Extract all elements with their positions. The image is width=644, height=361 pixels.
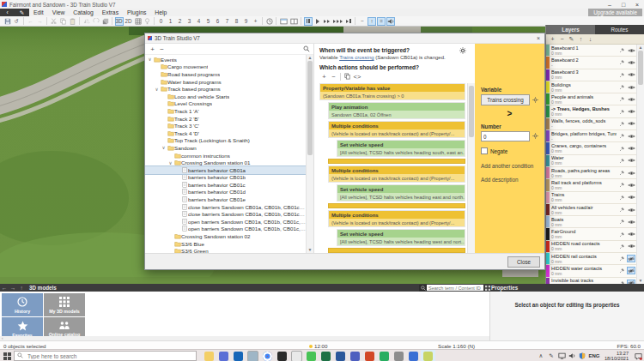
- layer-pin-icon[interactable]: [617, 95, 626, 103]
- condition-block[interactable]: Multiple conditions(Vehicle is located o…: [328, 210, 465, 227]
- menu-extras[interactable]: Extras: [98, 9, 123, 15]
- layer-row[interactable]: FairGround0 mm: [546, 228, 636, 240]
- layer-row[interactable]: Baseboard 10 mm: [546, 45, 636, 57]
- tab-routes[interactable]: Routes: [595, 25, 644, 34]
- tree-item[interactable]: Track 1 'A': [145, 107, 306, 115]
- volume-down-button[interactable]: −: [358, 17, 367, 26]
- layer-visibility-icon[interactable]: [627, 120, 635, 128]
- layer-row[interactable]: Roads, paths,parking areas0 mm: [546, 167, 636, 179]
- layer-pin-icon[interactable]: [617, 194, 626, 202]
- tree-item[interactable]: Road based programs: [145, 70, 306, 78]
- tree-scrollbar[interactable]: ▲ ▼: [306, 55, 313, 253]
- layer-pin-icon[interactable]: [617, 169, 626, 177]
- camera-position-0-button[interactable]: 0: [157, 17, 166, 26]
- layer-pin-icon[interactable]: [617, 83, 626, 91]
- close-button[interactable]: ×: [630, 2, 644, 8]
- volume-level-button[interactable]: =: [377, 17, 386, 26]
- add-action-button[interactable]: +: [320, 72, 329, 81]
- actions-scrollbar-thumb[interactable]: [469, 86, 474, 137]
- layer-pin-icon[interactable]: [617, 120, 626, 128]
- back-button[interactable]: ‹: [0, 9, 15, 16]
- tray-clock[interactable]: 13:2718/10/2021: [605, 351, 629, 361]
- taskbar-app-excel[interactable]: [319, 350, 333, 361]
- camera-position-4-button[interactable]: 4: [195, 17, 204, 26]
- taskbar-app-file-explorer[interactable]: [202, 350, 216, 361]
- copy-button[interactable]: [59, 17, 68, 26]
- tree-item[interactable]: open barriers Sandown CB01a, CB01b, CB01…: [145, 226, 306, 233]
- negate-checkbox[interactable]: [481, 147, 488, 154]
- layer-visibility-icon[interactable]: [627, 181, 635, 189]
- tree-expander-icon[interactable]: ∨: [161, 145, 167, 150]
- tree-item[interactable]: close barriers Sandown CB01a, CB01b, CB0…: [145, 210, 306, 218]
- layout-single-button[interactable]: [279, 17, 289, 26]
- add-camera-position-button[interactable]: +: [252, 17, 260, 26]
- taskbar-app-notepad[interactable]: [289, 350, 304, 361]
- tree-item[interactable]: S3/6 Blue: [145, 240, 306, 248]
- taskbar-app-sharp[interactable]: [377, 350, 392, 361]
- play-button[interactable]: [313, 17, 322, 26]
- save-button[interactable]: [3, 17, 12, 26]
- layer-visibility-icon[interactable]: [627, 157, 635, 165]
- actions-scrollbar[interactable]: [467, 83, 475, 253]
- condition-block[interactable]: Multiple conditions(Vehicle is located o…: [328, 121, 465, 138]
- layer-pin-icon[interactable]: [617, 231, 626, 238]
- layer-row[interactable]: Boats0 mm: [546, 216, 636, 228]
- layer-row[interactable]: -> Trees, Hedges, Bushes0 mm: [546, 105, 636, 117]
- layer-pin-icon[interactable]: [617, 255, 626, 262]
- flip-button[interactable]: [82, 17, 91, 26]
- layer-pin-icon[interactable]: [617, 71, 626, 79]
- taskbar-app-discord[interactable]: [406, 350, 421, 361]
- catalog-search-icon[interactable]: [419, 285, 427, 292]
- layer-visibility-icon[interactable]: [627, 46, 635, 54]
- camera-position-8-button[interactable]: 8: [233, 17, 241, 26]
- tree-expander-icon[interactable]: ∨: [167, 160, 173, 165]
- camera-position-3-button[interactable]: 3: [185, 17, 194, 26]
- object-button[interactable]: [101, 17, 110, 26]
- tree-scrollbar-thumb[interactable]: [307, 61, 313, 155]
- search-icon[interactable]: [302, 45, 311, 53]
- step-end-button[interactable]: [344, 17, 353, 26]
- camera-position-5-button[interactable]: 5: [204, 17, 213, 26]
- layer-pin-icon[interactable]: [617, 267, 626, 274]
- layer-row[interactable]: Invisible boat tracks-1 mm: [546, 278, 636, 284]
- taskbar-app-word[interactable]: [333, 350, 348, 361]
- tree-expander-icon[interactable]: ∨: [147, 57, 153, 62]
- catalog-back-button[interactable]: ←: [0, 285, 9, 291]
- dialog-close-action-button[interactable]: Close: [507, 256, 540, 268]
- clock-button[interactable]: [265, 17, 274, 26]
- add-event-button[interactable]: +: [149, 45, 157, 53]
- layer-row[interactable]: All vehicles road/air0 mm: [546, 204, 636, 216]
- catalog-tile-history[interactable]: History: [2, 293, 43, 316]
- taskbar-app-edge[interactable]: [246, 350, 260, 361]
- paste-button[interactable]: [69, 17, 77, 26]
- move-layer-down-button[interactable]: ↓: [586, 35, 595, 44]
- camera-position-2-button[interactable]: 2: [176, 17, 185, 26]
- trigger-settings-gear-icon[interactable]: [459, 47, 466, 55]
- camera-position-7-button[interactable]: 7: [223, 17, 232, 26]
- rotate-button[interactable]: [92, 17, 100, 26]
- taskbar-app-whatsapp[interactable]: [304, 350, 319, 361]
- layer-row[interactable]: HIDDEN water contacts0 mm: [546, 265, 636, 277]
- layer-visibility-icon[interactable]: [627, 145, 635, 153]
- menu-help[interactable]: Help: [150, 9, 171, 15]
- layer-pin-icon[interactable]: [617, 157, 626, 165]
- catalog-view-grid-icon[interactable]: [483, 285, 491, 292]
- tree-item[interactable]: common instructions: [145, 152, 306, 159]
- move-layer-up-button[interactable]: ↑: [577, 35, 586, 44]
- tab-layers[interactable]: Layers: [546, 25, 595, 34]
- camera-position-1-button[interactable]: 1: [167, 17, 175, 26]
- layer-pin-icon[interactable]: [617, 145, 626, 153]
- layer-visibility-icon[interactable]: [627, 243, 635, 250]
- catalog-search-input[interactable]: [427, 285, 483, 291]
- taskbar-app-onenote[interactable]: [216, 350, 231, 361]
- layer-pin-icon[interactable]: [617, 181, 626, 189]
- tray-network-icon[interactable]: [556, 352, 567, 359]
- tray-volume-icon[interactable]: [567, 352, 577, 359]
- tree-item[interactable]: barriers behavior CB01c: [145, 181, 306, 189]
- layer-visibility-icon[interactable]: [627, 132, 635, 140]
- taskbar-app-teams[interactable]: [348, 350, 362, 361]
- minimize-button[interactable]: –: [603, 2, 617, 8]
- edit-mode-button[interactable]: ✎: [15, 9, 29, 16]
- layer-row[interactable]: Baseboard 2-: [546, 57, 636, 69]
- layer-row[interactable]: People and animals0 mm: [546, 93, 636, 105]
